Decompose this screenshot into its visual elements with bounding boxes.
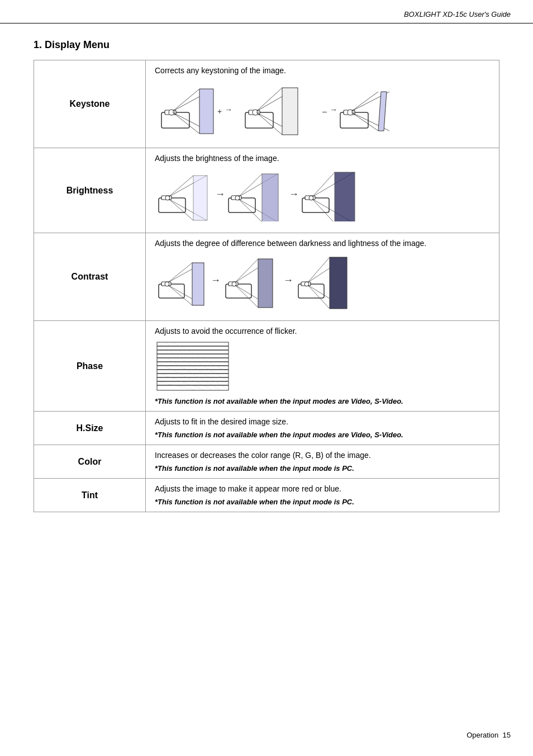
svg-text:+: + [217,107,222,116]
svg-rect-61 [192,263,204,305]
svg-line-49 [312,172,335,197]
phase-svg [155,341,233,391]
svg-rect-53 [335,172,355,221]
table-row: Keystone Corrects any keystoning of the … [34,60,499,148]
tint-desc: Adjusts the image to make it appear more… [146,479,499,512]
page-header: BOXLIGHT XD-15c User's Guide [0,0,533,23]
color-desc: Increases or decreases the color range (… [146,445,499,479]
svg-line-75 [308,257,330,282]
svg-text:→: → [283,275,293,286]
svg-rect-70 [258,259,273,308]
keystone-label: Keystone [34,60,146,148]
brightness-desc: Adjusts the brightness of the image. [146,148,499,233]
svg-line-57 [168,263,192,282]
table-row: Tint Adjusts the image to make it appear… [34,479,499,512]
brightness-svg: → → [155,168,389,221]
main-content: 1. Display Menu Keystone Corrects any ke… [0,23,533,546]
table-row: Brightness Adjusts the brightness of the… [34,148,499,233]
tint-description: Adjusts the image to make it appear more… [155,484,490,493]
header-title: BOXLIGHT XD-15c User's Guide [404,10,511,18]
brightness-diagram: → → [155,168,490,221]
svg-line-3 [173,89,199,111]
svg-text:→: → [330,105,337,114]
phase-description: Adjusts to avoid the occurrence of flick… [155,327,490,336]
svg-rect-37 [229,198,255,212]
svg-line-31 [169,176,193,197]
brightness-label: Brightness [34,148,146,233]
page-footer: Operation 15 [467,731,511,739]
svg-text:→: → [289,188,299,200]
contrast-svg: → → [155,253,389,309]
color-note: *This function is not available when the… [155,464,490,472]
keystone-description: Corrects any keystoning of the image. [155,66,490,75]
brightness-description: Adjusts the brightness of the image. [155,154,490,163]
svg-rect-35 [193,176,207,220]
keystone-desc: Corrects any keystoning of the image. [146,60,499,148]
table-row: H.Size Adjusts to fit in the desired ima… [34,412,499,445]
footer-page: 15 [503,731,511,739]
svg-rect-79 [330,257,347,309]
contrast-desc: Adjusts the degree of difference between… [146,233,499,321]
svg-rect-17 [282,88,298,135]
hsize-note: *This function is not available when the… [155,431,490,439]
phase-label: Phase [34,321,146,412]
keystone-diagram: + → [155,81,490,136]
tint-label: Tint [34,479,146,512]
svg-text:→: → [225,105,232,114]
footer-operation: Operation [467,731,498,739]
phase-diagram [155,341,490,391]
svg-rect-46 [302,198,329,212]
svg-rect-54 [159,284,184,298]
table-row: Contrast Adjusts the degree of differenc… [34,233,499,321]
color-description: Increases or decreases the color range (… [155,451,490,460]
hsize-desc: Adjusts to fit in the desired image size… [146,412,499,445]
svg-rect-44 [262,174,278,221]
svg-line-66 [235,259,258,282]
contrast-diagram: → → [155,253,490,309]
svg-rect-63 [226,284,251,298]
svg-line-40 [239,174,262,197]
svg-text:→: → [211,275,221,286]
keystone-svg: + → [155,81,423,136]
tint-note: *This function is not available when the… [155,498,490,506]
svg-rect-72 [298,284,324,298]
svg-marker-7 [199,89,213,134]
svg-line-13 [256,88,282,111]
hsize-label: H.Size [34,412,146,445]
svg-text:→: → [215,188,225,200]
table-row: Phase Adjusts to avoid the occurrence of… [34,321,499,412]
table-row: Color Increases or decreases the color r… [34,445,499,479]
hsize-description: Adjusts to fit in the desired image size… [155,417,490,426]
section-title: 1. Display Menu [34,39,499,51]
menu-table: Keystone Corrects any keystoning of the … [34,60,499,512]
color-label: Color [34,445,146,479]
svg-text:–: – [322,107,327,116]
phase-desc: Adjusts to avoid the occurrence of flick… [146,321,499,412]
contrast-description: Adjusts the degree of difference between… [155,239,490,248]
svg-line-23 [351,92,378,111]
svg-marker-27 [378,92,387,131]
phase-note: *This function is not available when the… [155,397,490,405]
contrast-label: Contrast [34,233,146,321]
